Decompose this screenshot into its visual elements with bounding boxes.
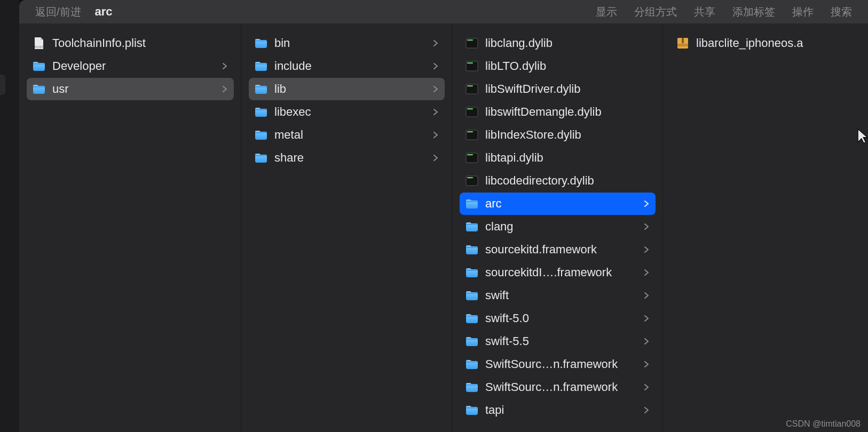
chevron-right-icon <box>643 406 650 414</box>
file-row[interactable]: libswiftDemangle.dylib <box>460 101 656 123</box>
toolbar-back-forward[interactable]: 返回/前进 <box>35 5 81 19</box>
chevron-right-icon <box>221 85 228 93</box>
folder-row[interactable]: SwiftSourc…n.framework <box>460 353 656 375</box>
folder-row[interactable]: Developer <box>27 55 234 77</box>
folder-row[interactable]: share <box>249 147 445 169</box>
folder-row[interactable]: usr <box>27 78 234 100</box>
folder-row[interactable]: swift-5.5 <box>460 330 656 353</box>
item-label: usr <box>52 82 215 96</box>
item-label: libtapi.dylib <box>485 151 650 165</box>
toolbar-view[interactable]: 显示 <box>596 5 617 19</box>
file-row[interactable]: libIndexStore.dylib <box>460 124 656 146</box>
chevron-right-icon <box>643 338 650 345</box>
finder-window: 返回/前进 arc 显示 分组方式 共享 添加标签 操作 搜索 Toolchai… <box>19 0 868 432</box>
folder-row[interactable]: sourcekitdI….framework <box>460 261 656 284</box>
toolbar-actions[interactable]: 操作 <box>792 5 814 19</box>
folder-icon <box>465 334 479 348</box>
column-4: libarclite_iphoneos.a <box>663 23 868 432</box>
exec-icon <box>465 82 479 96</box>
column-1: ToolchainInfo.plistDeveloperusr <box>19 23 241 432</box>
folder-row[interactable]: arc <box>460 193 656 215</box>
chevron-right-icon <box>643 246 650 253</box>
chevron-right-icon <box>643 223 650 230</box>
chevron-right-icon <box>643 269 650 276</box>
folder-icon <box>32 82 46 96</box>
chevron-right-icon <box>432 154 439 162</box>
folder-row[interactable]: clang <box>460 215 656 238</box>
column-3: libclang.dyliblibLTO.dyliblibSwiftDriver… <box>452 23 663 432</box>
file-row[interactable]: libLTO.dylib <box>460 55 656 77</box>
file-row[interactable]: libcodedirectory.dylib <box>460 170 656 192</box>
folder-row[interactable]: lib <box>249 78 445 100</box>
column-browser: ToolchainInfo.plistDeveloperusr bininclu… <box>19 23 868 432</box>
toolbar-tags[interactable]: 添加标签 <box>732 5 775 19</box>
exec-icon <box>465 36 479 50</box>
item-label: clang <box>485 220 636 234</box>
folder-icon <box>465 311 479 325</box>
file-row[interactable]: libarclite_iphoneos.a <box>670 32 861 54</box>
toolbar-groupby[interactable]: 分组方式 <box>634 5 677 19</box>
folder-row[interactable]: SwiftSourc…n.framework <box>460 376 656 398</box>
folder-row[interactable]: include <box>249 55 445 77</box>
folder-icon <box>465 243 479 257</box>
file-row[interactable]: libSwiftDriver.dylib <box>460 78 656 100</box>
folder-icon <box>465 197 479 211</box>
item-label: libLTO.dylib <box>485 59 650 73</box>
chevron-right-icon <box>643 383 650 391</box>
item-label: libIndexStore.dylib <box>485 128 650 142</box>
exec-icon <box>465 174 479 188</box>
item-label: lib <box>274 82 425 96</box>
watermark: CSDN @timtian008 <box>786 419 861 429</box>
folder-icon <box>465 380 479 394</box>
folder-row[interactable]: sourcekitd.framework <box>460 238 656 261</box>
item-label: swift <box>485 289 636 302</box>
toolbar-search[interactable]: 搜索 <box>831 5 852 19</box>
folder-row[interactable]: metal <box>249 124 445 146</box>
item-label: tapi <box>485 403 636 417</box>
file-row[interactable]: libclang.dylib <box>460 32 656 54</box>
item-label: libSwiftDriver.dylib <box>485 82 650 96</box>
folder-icon <box>465 289 479 302</box>
toolbar-share[interactable]: 共享 <box>694 5 715 19</box>
exec-icon <box>465 151 479 165</box>
exec-icon <box>465 105 479 119</box>
folder-icon <box>254 82 268 96</box>
folder-row[interactable]: swift-5.0 <box>460 307 656 330</box>
item-label: sourcekitd.framework <box>485 243 636 257</box>
chevron-right-icon <box>643 292 650 299</box>
exec-icon <box>465 59 479 73</box>
chevron-right-icon <box>432 131 439 139</box>
folder-icon <box>254 128 268 142</box>
archive-icon <box>676 36 690 50</box>
item-label: Developer <box>52 59 215 73</box>
chevron-right-icon <box>643 315 650 322</box>
background-window-strip <box>0 0 19 432</box>
plist-icon <box>32 36 46 50</box>
cursor-icon <box>857 128 868 143</box>
item-label: include <box>274 59 425 73</box>
item-label: libcodedirectory.dylib <box>485 174 650 188</box>
window-title: arc <box>95 5 113 19</box>
file-row[interactable]: libtapi.dylib <box>460 147 656 169</box>
folder-row[interactable]: tapi <box>460 399 656 421</box>
toolbar: 返回/前进 arc 显示 分组方式 共享 添加标签 操作 搜索 <box>19 0 868 23</box>
folder-icon <box>254 151 268 165</box>
item-label: share <box>274 151 425 165</box>
folder-icon <box>32 59 46 73</box>
file-row[interactable]: ToolchainInfo.plist <box>27 32 234 54</box>
folder-row[interactable]: libexec <box>249 101 445 123</box>
item-label: libclang.dylib <box>485 36 650 50</box>
folder-row[interactable]: bin <box>249 32 445 54</box>
item-label: sourcekitdI….framework <box>485 266 636 279</box>
item-label: arc <box>485 197 636 211</box>
folder-icon <box>465 266 479 279</box>
folder-icon <box>465 220 479 234</box>
toolbar-right-group: 显示 分组方式 共享 添加标签 操作 搜索 <box>596 5 852 19</box>
item-label: SwiftSourc…n.framework <box>485 380 636 394</box>
folder-row[interactable]: swift <box>460 284 656 307</box>
chevron-right-icon <box>432 108 439 116</box>
folder-icon <box>465 357 479 371</box>
item-label: libexec <box>274 105 425 119</box>
exec-icon <box>465 128 479 142</box>
item-label: metal <box>274 128 425 142</box>
